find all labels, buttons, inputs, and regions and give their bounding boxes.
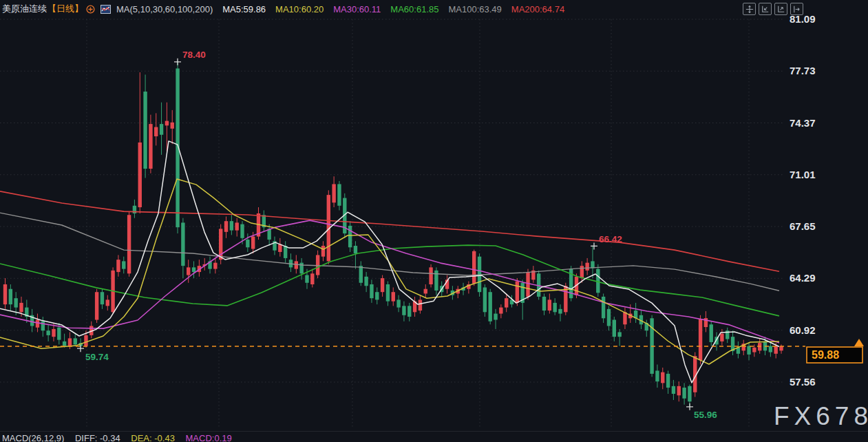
macd-dea-value: DEA: -0.43: [131, 433, 175, 442]
extreme-cross-marker: [174, 59, 181, 65]
macd-indicator-row: MACD(26,12,9) DIFF: -0.34 DEA: -0.43 MAC…: [2, 433, 240, 442]
price-annotations: 78.4059.7466.4255.96: [77, 50, 717, 420]
last-price-value: 59.88: [812, 349, 839, 361]
macd-diff-value: DIFF: -0.34: [75, 433, 120, 442]
extreme-price-label: 66.42: [599, 234, 622, 244]
kline-style-icon[interactable]: [100, 5, 111, 14]
ma-line-ma60: [0, 245, 779, 316]
chart-toolbar: [743, 3, 803, 15]
y-axis-tick: 64.29: [790, 272, 816, 284]
macd-settings-label[interactable]: MACD(26,12,9): [2, 433, 64, 442]
extreme-cross-marker: [686, 403, 693, 410]
ma-value-ma100: MA100:63.49: [448, 4, 501, 14]
axis-zoom-out-icon[interactable]: [759, 3, 772, 15]
fx678-watermark: FX678: [774, 402, 868, 431]
chart-header: 美原油连续 【日线】 MA(5,10,30,60,100,200) MA5:59…: [2, 2, 564, 16]
ma-value-ma60: MA60:61.85: [390, 4, 438, 14]
y-axis-tick: 71.01: [790, 169, 816, 180]
grid-lines: [0, 19, 785, 427]
symbol-name: 美原油连续: [2, 3, 47, 15]
crosshair-move-icon[interactable]: [743, 3, 756, 15]
y-axis-tick: 57.56: [790, 376, 816, 388]
ma-values-readout: MA5:59.86MA10:60.20MA30:60.11MA60:61.85M…: [213, 4, 564, 14]
add-indicator-icon[interactable]: [86, 5, 95, 14]
y-axis-tick: 67.65: [790, 220, 816, 232]
candles-layer[interactable]: [3, 61, 783, 407]
ma-settings-label[interactable]: MA(5,10,30,60,100,200): [116, 4, 213, 14]
extreme-price-label: 78.40: [182, 50, 206, 60]
extreme-price-label: 59.74: [85, 352, 109, 362]
chart-app-window: 59.8881.0977.7374.3771.0167.6564.2960.92…: [0, 0, 868, 442]
y-axis-tick: 60.92: [790, 324, 816, 336]
y-axis-tick: 74.37: [790, 117, 816, 129]
axis-zoom-in-icon[interactable]: [774, 3, 787, 15]
go-to-latest-icon[interactable]: [790, 3, 803, 15]
y-axis-tick: 77.73: [790, 65, 816, 76]
ma-value-ma200: MA200:64.74: [511, 4, 564, 14]
candlestick-chart[interactable]: 59.8881.0977.7374.3771.0167.6564.2960.92…: [0, 0, 868, 442]
ma-line-ma200: [0, 191, 779, 271]
period-label[interactable]: 【日线】: [47, 3, 83, 15]
ma-value-ma10: MA10:60.20: [275, 4, 324, 14]
ma-value-ma5: MA5:59.86: [222, 4, 266, 14]
y-axis-labels[interactable]: 81.0977.7374.3771.0167.6564.2960.9257.56: [790, 13, 816, 388]
ma-value-ma30: MA30:60.11: [333, 4, 381, 14]
price-up-arrow-icon: [854, 339, 864, 346]
ma-line-ma30: [0, 220, 779, 343]
macd-value: MACD:0.19: [186, 433, 232, 442]
extreme-price-label: 55.96: [694, 410, 717, 420]
extreme-cross-marker: [591, 242, 597, 249]
pane-divider[interactable]: [0, 431, 868, 432]
